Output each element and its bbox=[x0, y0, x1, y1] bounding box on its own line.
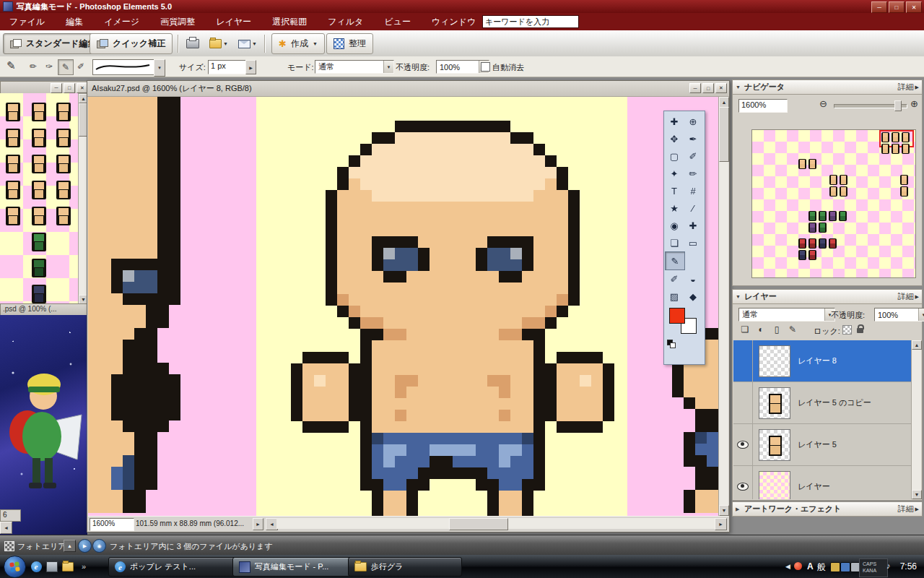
size-value[interactable]: 1 px bbox=[208, 60, 250, 74]
crop-tool[interactable]: # bbox=[684, 182, 702, 199]
scroll-down-button[interactable] bbox=[912, 490, 922, 499]
photo-bin-expand-button[interactable] bbox=[64, 540, 76, 552]
zoom-in-icon[interactable]: ⊕ bbox=[910, 99, 918, 108]
document-titlebar[interactable]: AIsaku27.psd @ 1600% (レイヤー 8, RGB/8) ─ □… bbox=[87, 81, 729, 97]
close-button[interactable] bbox=[906, 1, 922, 13]
cookie-cutter-tool[interactable]: ★ bbox=[665, 199, 684, 217]
airbrush-variant-icon[interactable]: ✐ bbox=[74, 59, 88, 74]
eraser-tool[interactable]: ▭ bbox=[684, 234, 702, 251]
quick-launch-window-icon[interactable] bbox=[46, 561, 58, 572]
maximize-button[interactable]: □ bbox=[64, 83, 75, 93]
pencil-variant-icon[interactable]: ✎ bbox=[58, 59, 74, 75]
lasso-tool[interactable]: ✐ bbox=[684, 147, 702, 165]
mode-select[interactable]: 通常 bbox=[315, 60, 394, 74]
organize-button[interactable]: 整理 bbox=[326, 33, 373, 54]
quick-launch-chevron-icon[interactable]: » bbox=[78, 561, 90, 572]
paint-bucket-tool[interactable]: ◒ bbox=[684, 270, 702, 288]
layer-visibility-toggle[interactable] bbox=[733, 466, 753, 499]
layer-row[interactable]: レイヤー bbox=[733, 466, 912, 499]
menu-item[interactable]: ファイル bbox=[0, 13, 54, 30]
hand-tool[interactable]: ✥ bbox=[665, 130, 684, 147]
scroll-up-button[interactable] bbox=[719, 97, 729, 108]
layer-visibility-toggle[interactable] bbox=[733, 424, 753, 465]
artwork-more-button[interactable]: 詳細 bbox=[898, 504, 919, 514]
keyword-search-input[interactable] bbox=[482, 15, 579, 28]
link-layers-button[interactable]: ✎ bbox=[786, 324, 799, 335]
menu-item[interactable]: ウィンドウ bbox=[422, 13, 485, 30]
layer-thumbnail[interactable] bbox=[759, 471, 790, 500]
layer-visibility-toggle[interactable] bbox=[733, 340, 753, 381]
tray-collapse-chevron-icon[interactable]: ◀ bbox=[785, 563, 790, 570]
minimize-button[interactable]: ─ bbox=[689, 83, 701, 93]
menu-item[interactable]: 編集 bbox=[56, 13, 92, 30]
lock-transparency-button[interactable] bbox=[842, 325, 852, 335]
navigator-thumbnail[interactable] bbox=[751, 129, 916, 278]
navigator-more-button[interactable]: 詳細 bbox=[898, 82, 919, 92]
artwork-effects-header[interactable]: アートワーク・エフェクト 詳細 bbox=[733, 502, 922, 517]
layer-row[interactable]: レイヤー 5 のコピー bbox=[733, 382, 912, 424]
scroll-up-button[interactable] bbox=[912, 340, 922, 350]
brush-variant-icon[interactable]: ✏ bbox=[26, 59, 40, 74]
layers-more-button[interactable]: 詳細 bbox=[898, 291, 919, 302]
brush-stroke-preview[interactable] bbox=[92, 59, 154, 75]
close-button[interactable]: ✕ bbox=[715, 83, 727, 93]
navigator-header[interactable]: ナビゲータ 詳細 bbox=[733, 80, 922, 95]
start-button[interactable] bbox=[4, 556, 26, 578]
minimize-button[interactable] bbox=[871, 1, 887, 13]
status-expand-button[interactable] bbox=[253, 518, 263, 530]
collapse-triangle-icon[interactable] bbox=[736, 506, 741, 512]
zoom-tool[interactable]: ⊕ bbox=[684, 113, 702, 130]
blend-mode-select[interactable]: 通常 bbox=[738, 308, 835, 322]
scroll-down-button[interactable] bbox=[719, 505, 729, 516]
layer-thumbnail[interactable] bbox=[759, 387, 790, 419]
canvas-viewport[interactable]: ✚ ⊕ ✥ ✒ bbox=[88, 97, 718, 516]
scroll-right-button[interactable] bbox=[715, 518, 727, 530]
selection-brush-tool[interactable]: ✏ bbox=[684, 165, 702, 182]
maximize-button[interactable] bbox=[889, 1, 905, 13]
impressionist-variant-icon[interactable]: ✑ bbox=[42, 59, 56, 74]
ime-keyboard-icon[interactable] bbox=[840, 562, 850, 572]
collapse-triangle-icon[interactable] bbox=[736, 294, 741, 299]
navigator-zoom-field[interactable]: 1600% bbox=[738, 99, 788, 113]
zoom-level-field[interactable]: 1600% bbox=[90, 518, 134, 531]
layer-row[interactable]: レイヤー 5 bbox=[733, 424, 912, 466]
taskbar-clock[interactable]: 7:56 bbox=[900, 561, 917, 571]
photo-bin-prev-button[interactable]: ▶ bbox=[78, 539, 92, 553]
layer-thumbnail[interactable] bbox=[759, 429, 790, 461]
layer-thumbnail[interactable] bbox=[759, 345, 790, 377]
ime-conversion-mode[interactable]: 般 bbox=[817, 561, 826, 574]
document-vertical-scrollbar[interactable] bbox=[718, 97, 728, 516]
move-tool[interactable]: ✚ bbox=[665, 113, 684, 130]
minimize-button[interactable]: ─ bbox=[51, 83, 62, 93]
quick-launch-folder-icon[interactable] bbox=[62, 561, 74, 572]
zoom-out-icon[interactable]: ⊖ bbox=[819, 99, 827, 108]
open-file-dropdown[interactable]: ▼ bbox=[206, 35, 231, 52]
eyedropper-tool[interactable]: ✒ bbox=[684, 130, 702, 147]
layers-opacity-select[interactable]: 100% bbox=[874, 308, 924, 322]
scrollbar-thumb[interactable] bbox=[719, 107, 729, 162]
zoom-slider-thumb[interactable] bbox=[894, 100, 902, 111]
menu-item[interactable]: フィルタ bbox=[318, 13, 372, 30]
menu-item[interactable]: 画質調整 bbox=[151, 13, 204, 30]
lock-all-button[interactable] bbox=[857, 328, 863, 333]
menu-item[interactable]: ビュー bbox=[375, 13, 420, 30]
taskbar-window-button[interactable]: ポップレ テスト... bbox=[108, 557, 241, 577]
volume-icon[interactable]: ♪ bbox=[886, 561, 891, 570]
menu-item[interactable]: イメージ bbox=[95, 13, 149, 30]
type-tool[interactable]: T bbox=[665, 182, 684, 199]
ime-status-icon[interactable] bbox=[794, 562, 802, 570]
photo-bin-rotate-button[interactable]: ◉ bbox=[92, 539, 106, 553]
magic-wand-tool[interactable]: ✦ bbox=[665, 165, 684, 182]
quick-launch-ie-icon[interactable] bbox=[30, 561, 42, 572]
delete-layer-button[interactable]: ▯ bbox=[770, 324, 783, 335]
layers-scrollbar[interactable] bbox=[911, 340, 921, 499]
brush-tool[interactable]: ✐ bbox=[665, 270, 684, 288]
gradient-tool[interactable]: ▨ bbox=[665, 288, 684, 305]
auto-erase-checkbox[interactable] bbox=[481, 62, 490, 72]
collapse-triangle-icon[interactable] bbox=[736, 85, 741, 90]
create-button[interactable]: ✱ 作成 ▼ bbox=[271, 33, 325, 54]
shape-tool[interactable]: ◆ bbox=[684, 288, 702, 305]
stroke-preview-dropdown-arrow[interactable]: ▼ bbox=[154, 59, 165, 77]
menu-item[interactable]: レイヤー bbox=[206, 13, 261, 30]
ime-toolbar-icon[interactable] bbox=[830, 562, 840, 572]
